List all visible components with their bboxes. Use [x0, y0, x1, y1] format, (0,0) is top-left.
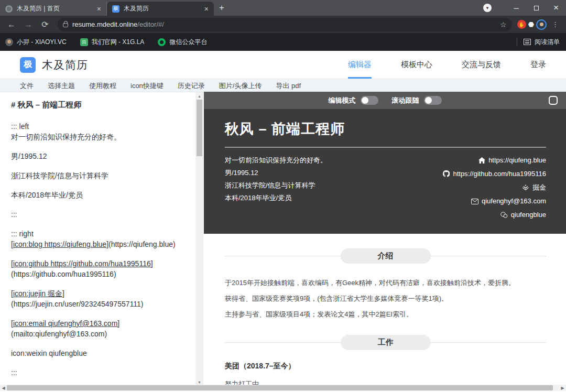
bookmark-star-icon[interactable]: ☆	[500, 20, 507, 29]
home-icon	[478, 155, 485, 168]
site-logo[interactable]: 极	[20, 57, 36, 73]
nav-feedback[interactable]: 交流与反馈	[462, 51, 501, 79]
md-link[interactable]: [icon:email qiufenghyf@163.com]	[11, 319, 119, 328]
extensions-puzzle-icon[interactable]: ⬣	[528, 20, 534, 28]
md-heading[interactable]: # 秋风 – 前端工程师	[11, 100, 188, 110]
section-rule	[225, 342, 341, 343]
bookmarks-bar: 小羿 - XIAOYI.VC 回 我们官网 - X1G.LA 微信公众平台 阅读…	[0, 33, 566, 51]
forward-button[interactable]: →	[21, 17, 36, 32]
editor-vertical-scrollbar[interactable]: ▲ ▼	[195, 92, 203, 386]
profile-avatar[interactable]	[536, 19, 547, 30]
scroll-left-icon[interactable]: ◀	[0, 386, 7, 390]
nav-editor[interactable]: 编辑器	[348, 51, 372, 79]
email-link[interactable]: qiufenghyf@163.com	[443, 195, 546, 209]
menu-file[interactable]: 文件	[20, 81, 34, 91]
bookmark-label: 微信公众平台	[169, 38, 207, 47]
md-line[interactable]: :::	[11, 209, 188, 220]
md-text: ::: right	[11, 230, 34, 238]
tab-strip: 木及简历 | 首页 × 极 木及简历 × + ▼ ─ ×	[0, 0, 566, 16]
md-text: (https://github.com/hua1995116)	[11, 270, 116, 278]
md-link[interactable]: [icon:github https://github.com/hua19951…	[11, 259, 153, 268]
tab-close-icon[interactable]: ×	[204, 5, 209, 13]
md-line[interactable]: [icon:github https://github.com/hua19951…	[11, 258, 188, 279]
bookmark-xiaoyi[interactable]: 小羿 - XIAOYI.VC	[5, 38, 67, 47]
section-work-header: 工作	[225, 335, 546, 350]
menu-theme[interactable]: 选择主题	[48, 81, 75, 91]
md-line[interactable]: 本科/2018年毕业/党员	[11, 190, 188, 200]
address-bar[interactable]: resume.mdedit.online/editor/#/ ☆	[58, 18, 512, 31]
new-tab-button[interactable]: +	[219, 3, 224, 13]
chrome-menu-icon[interactable]: ⋮	[549, 20, 562, 28]
md-link[interactable]: [icon:blog https://qiufeng.blue]	[11, 240, 108, 248]
preview-toolbar: 编辑模式 滚动跟随	[204, 92, 566, 109]
wechat-link[interactable]: qiufengblue	[443, 209, 546, 222]
tab-title: 木及简历	[124, 4, 200, 13]
bookmark-green-icon: 回	[80, 38, 88, 46]
md-text: (mailto:qiufenghyf@163.com)	[11, 330, 107, 338]
page-horizontal-scrollbar[interactable]: ◀ ▶	[0, 385, 566, 391]
resume-divider	[225, 147, 546, 148]
section-work-pill: 工作	[341, 335, 431, 350]
md-line[interactable]: [icon:juejin 掘金] (https://juejin.cn/user…	[11, 288, 188, 309]
scrollbar-thumb[interactable]	[7, 385, 553, 390]
github-icon	[443, 169, 450, 181]
blog-link[interactable]: https://qiufeng.blue	[443, 154, 546, 168]
job1-heading: 美团（2018.7–至今）	[225, 362, 546, 371]
bookmark-wechat-platform[interactable]: 微信公众平台	[158, 38, 207, 47]
url-text[interactable]: resume.mdedit.online/editor/#/	[72, 20, 496, 28]
md-line[interactable]: ::: right [icon:blog https://qiufeng.blu…	[11, 228, 188, 249]
menu-tutorial[interactable]: 使用教程	[89, 81, 116, 91]
close-window-button[interactable]: ×	[546, 1, 566, 15]
md-line[interactable]: 浙江科技学院/信息与计算科学	[11, 170, 188, 181]
minimize-button[interactable]: ─	[506, 1, 526, 15]
fullscreen-icon[interactable]	[549, 96, 558, 105]
github-link[interactable]: https://github.com/hua1995116	[443, 168, 546, 181]
menu-history[interactable]: 历史记录	[178, 81, 205, 91]
tab-home[interactable]: 木及简历 | 首页 ×	[0, 2, 107, 16]
scroll-follow-switch[interactable]	[424, 96, 442, 105]
md-text: (https://juejin.cn/user/923245497557111)	[11, 300, 143, 308]
muji-favicon: 极	[112, 5, 119, 13]
md-line[interactable]: icon:weixin qiufengblue	[11, 348, 188, 358]
edit-mode-switch[interactable]	[361, 96, 378, 105]
resume-name-title: 秋风 – 前端工程师	[225, 119, 546, 138]
md-text: ::: left	[11, 122, 29, 130]
nav-template-center[interactable]: 模板中心	[401, 51, 432, 79]
scroll-follow-label: 滚动跟随	[392, 96, 419, 105]
md-line[interactable]: [icon:email qiufenghyf@163.com] (mailto:…	[11, 318, 188, 339]
url-path: /editor/#/	[137, 20, 164, 28]
md-text: (https://qiufeng.blue)	[108, 240, 176, 248]
maximize-button[interactable]	[526, 1, 546, 15]
nav-login[interactable]: 登录	[530, 51, 546, 79]
md-line[interactable]: :::	[11, 367, 188, 378]
bookmark-x1g[interactable]: 回 我们官网 - X1G.LA	[80, 38, 145, 47]
menu-export-pdf[interactable]: 导出 pdf	[276, 81, 301, 91]
scrollbar-thumb[interactable]	[197, 100, 202, 156]
md-line[interactable]: 男/1995.12	[11, 151, 188, 161]
site-header: 极 木及简历 编辑器 模板中心 交流与反馈 登录	[0, 51, 566, 79]
menu-image-upload[interactable]: 图片/头像上传	[219, 81, 262, 91]
reading-list-icon	[524, 39, 531, 45]
workspace: # 秋风 – 前端工程师 ::: left 对一切前沿知识保持充分的好奇。 男/…	[0, 92, 566, 386]
menu-icon-shortcut[interactable]: icon快捷键	[130, 81, 164, 91]
markdown-editor[interactable]: # 秋风 – 前端工程师 ::: left 对一切前沿知识保持充分的好奇。 男/…	[0, 92, 204, 386]
tab-close-icon[interactable]: ×	[97, 5, 101, 13]
juejin-link[interactable]: 掘金	[443, 181, 546, 195]
tab-editor[interactable]: 极 木及简历 ×	[107, 2, 214, 16]
section-rule	[431, 256, 547, 256]
section-rule	[431, 342, 547, 343]
md-text: 对一切前沿知识保持充分的好奇。	[11, 133, 121, 141]
site-nav: 编辑器 模板中心 交流与反馈 登录	[348, 51, 546, 79]
md-line[interactable]: ::: left 对一切前沿知识保持充分的好奇。	[11, 121, 188, 142]
scroll-up-icon[interactable]: ▲	[198, 92, 201, 100]
link-text: qiufenghyf@163.com	[482, 197, 546, 205]
adblock-extension-icon[interactable]: ✋	[517, 20, 526, 29]
scroll-right-icon[interactable]: ▶	[559, 386, 566, 390]
reading-list-button[interactable]: 阅读清单	[524, 38, 560, 47]
edit-mode-label: 编辑模式	[329, 96, 356, 105]
reload-button[interactable]: ⟳	[38, 17, 52, 32]
md-link[interactable]: [icon:juejin 掘金]	[11, 289, 64, 298]
back-button[interactable]: ←	[4, 17, 19, 32]
tab-search-button[interactable]: ▼	[483, 4, 492, 12]
intro-paragraph: 获得省、国家级竞赛奖项9项，(包含浙江省大学生多媒体竞赛一等奖1项)。	[225, 291, 546, 307]
